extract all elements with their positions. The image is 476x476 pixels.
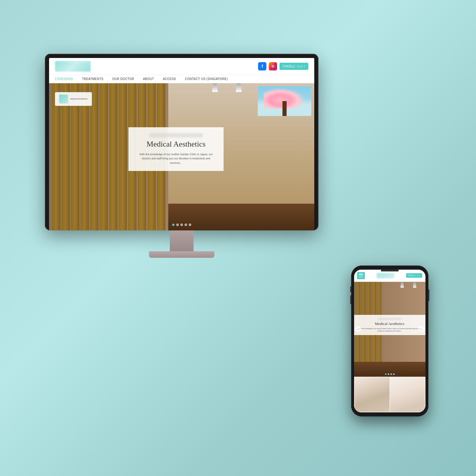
phone-logo: [377, 273, 395, 278]
carousel-dot-3[interactable]: [180, 224, 183, 226]
phone-power-button: [428, 289, 429, 301]
carousel-dot-4[interactable]: [185, 224, 187, 226]
website-header: f ◎ 日本語はこちら ›: [49, 58, 314, 75]
phone-header: MENU 日本語はこちら: [354, 270, 425, 282]
phone-notch: [381, 270, 399, 271]
hero-description: With the knowledge of our mother Garden …: [137, 152, 215, 165]
instagram-icon[interactable]: ◎: [269, 62, 277, 70]
phone-volume-up-button: [350, 286, 351, 292]
phone-hero-description: With the knowledge of our mother Garden …: [358, 328, 421, 332]
nav-concerns[interactable]: CONCERNS: [55, 77, 73, 81]
logo-area: [55, 61, 91, 72]
nav-access[interactable]: ACCESS: [163, 77, 176, 81]
carousel-dots: [172, 224, 191, 226]
carousel-dot-1[interactable]: [172, 224, 175, 226]
phone-volume-down-button: [350, 295, 351, 304]
clinic-sign: Medical Aesthetics: [55, 92, 92, 106]
monitor-screen: f ◎ 日本語はこちら › CONCERNS TREATMENTS OUR DO…: [49, 58, 314, 230]
menu-line: [359, 273, 363, 274]
phone-hero-content: Medical Aesthetics With the knowledge of…: [354, 315, 425, 335]
website-nav: CONCERNS TREATMENTS OUR DOCTOR ABOUT ACC…: [49, 75, 314, 83]
phone-screen: MENU 日本語はこちら: [354, 270, 425, 412]
menu-label: MENU: [359, 276, 363, 278]
phone-bezel: MENU 日本語はこちら: [351, 266, 428, 417]
cherry-blossom-picture: [258, 86, 311, 116]
phone-dot-4[interactable]: [393, 373, 395, 375]
phone-dot-1[interactable]: [385, 373, 387, 375]
phone-japan-button[interactable]: 日本語はこちら: [406, 273, 422, 278]
menu-line: [359, 274, 363, 275]
clinic-sign-logo: [59, 95, 68, 103]
header-right: f ◎ 日本語はこちら ›: [258, 62, 308, 70]
nav-contact[interactable]: CONTACT US (Singapore): [185, 77, 228, 81]
mobile-device: MENU 日本語はこちら: [351, 266, 428, 417]
clinic-logo: [55, 61, 91, 72]
phone-hero: Toky... Medical Aesthetics With the know…: [354, 282, 425, 377]
phone-prev-button[interactable]: ‹: [355, 326, 361, 332]
clinic-sign-text: Medical Aesthetics: [70, 98, 88, 100]
panel-strip: [109, 83, 117, 230]
desktop-monitor: f ◎ 日本語はこちら › CONCERNS TREATMENTS OUR DO…: [45, 54, 318, 258]
ceiling-light: [212, 83, 218, 92]
phone-hero-title: Medical Aesthetics: [358, 321, 421, 326]
nav-our-doctor[interactable]: OUR DOCTOR: [112, 77, 134, 81]
phone-thumb-face: [355, 377, 389, 412]
phone-dot-2[interactable]: [388, 373, 389, 375]
hero-content-overlay: Medical Aesthetics With the knowledge of…: [128, 127, 224, 171]
monitor-bezel: f ◎ 日本語はこちら › CONCERNS TREATMENTS OUR DO…: [45, 54, 318, 230]
hero-section: Medical Aesthetics: [49, 83, 314, 230]
facebook-icon[interactable]: f: [258, 62, 266, 70]
japan-language-button[interactable]: 日本語はこちら ›: [279, 63, 308, 70]
hero-title: Medical Aesthetics: [137, 140, 215, 149]
carousel-dot-5[interactable]: [189, 224, 191, 226]
panel-strip: [100, 83, 108, 230]
menu-line: [359, 275, 363, 276]
phone-thumb-shoulder: [390, 377, 425, 412]
hero-subtitle: [149, 133, 203, 137]
phone-thumb-shoulder-image: [390, 377, 425, 412]
monitor-neck: [170, 230, 194, 251]
phone-carousel-dots: [385, 373, 395, 375]
scene: f ◎ 日本語はこちら › CONCERNS TREATMENTS OUR DO…: [30, 30, 446, 446]
cherry-tree-trunk: [282, 101, 287, 116]
phone-menu-button[interactable]: MENU: [357, 272, 365, 279]
reception-desk: [168, 204, 314, 230]
phone-next-button[interactable]: ›: [418, 326, 424, 332]
nav-treatments[interactable]: TREATMENTS: [82, 77, 103, 81]
monitor-base: [149, 251, 214, 258]
carousel-dot-2[interactable]: [176, 224, 179, 226]
phone-dot-3[interactable]: [390, 373, 392, 375]
nav-about[interactable]: ABOUT: [143, 77, 154, 81]
panel-strip: [119, 83, 127, 230]
phone-bottom-thumbnails: [354, 377, 425, 412]
ceiling-lights: [212, 83, 242, 92]
phone-hero-blur: [378, 318, 402, 320]
phone-thumb-face-image: [355, 377, 389, 412]
ceiling-light: [236, 83, 242, 92]
